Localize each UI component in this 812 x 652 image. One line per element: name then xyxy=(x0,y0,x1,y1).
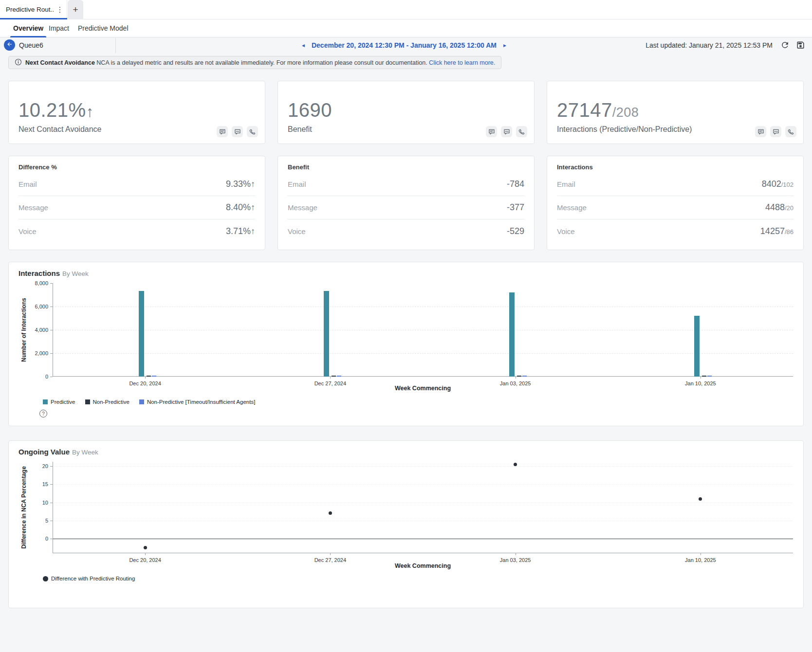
bar-non-predictive xyxy=(332,376,336,377)
info-icon xyxy=(15,58,22,67)
kpi-secondary: /208 xyxy=(612,105,639,120)
row-label: Voice xyxy=(288,227,306,235)
chart-legend: PredictiveNon-PredictiveNon-Predictive [… xyxy=(43,399,255,405)
row-value: -529 xyxy=(507,226,524,236)
bar-predictive xyxy=(509,292,515,377)
row-value: 9.33%↑ xyxy=(226,179,255,189)
legend-item[interactable]: Difference with Predictive Routing xyxy=(43,576,135,581)
section-nav: Overview Impact Predictive Model xyxy=(0,19,812,37)
y-tick-mark xyxy=(50,377,53,377)
data-point xyxy=(144,546,147,549)
predictive-routing-dashboard: { "window": { "tab_title": "Predictive R… xyxy=(0,0,812,652)
queue-header: Queue6 ◂ December 20, 2024 12:30 PM - Ja… xyxy=(0,37,812,54)
prev-period-button[interactable]: ◂ xyxy=(302,41,305,50)
email-icon[interactable] xyxy=(486,126,497,137)
chart-title-text: Interactions xyxy=(18,269,60,277)
y-tick-label: 20 xyxy=(42,463,48,469)
row-value-main: 8402 xyxy=(762,179,781,189)
y-tick-label: 0 xyxy=(45,536,48,542)
x-tick-mark xyxy=(145,553,146,555)
legend-item[interactable]: Predictive xyxy=(43,399,75,405)
channel-filter-icons xyxy=(217,126,258,137)
next-period-button[interactable]: ▸ xyxy=(503,41,506,50)
y-axis-line xyxy=(53,462,53,553)
data-point xyxy=(329,511,332,515)
bar-non-predictive-timeout-insufficient-agents- xyxy=(337,376,341,377)
kpi-value: 10.21%↑ xyxy=(18,99,94,123)
bar-non-predictive-timeout-insufficient-agents- xyxy=(522,376,527,377)
bar-non-predictive xyxy=(702,376,706,377)
channel-filter-icons xyxy=(755,126,796,137)
legend-item[interactable]: Non-Predictive [Timeout/Insufficient Age… xyxy=(139,399,255,405)
kpi-number: 1690 xyxy=(288,99,332,121)
kpi-value: 27147/208 xyxy=(557,99,639,124)
x-tick-mark xyxy=(701,553,701,555)
detail-rows: Email-784 Message-377 Voice-529 xyxy=(288,173,524,243)
bar-predictive xyxy=(139,291,144,377)
save-button[interactable] xyxy=(796,40,805,50)
email-icon[interactable] xyxy=(755,126,766,137)
x-tick-mark xyxy=(330,377,331,379)
table-row: Email8402/102 xyxy=(557,173,794,196)
y-tick-label: 4,000 xyxy=(35,327,48,333)
kpi-label: Benefit xyxy=(288,125,312,134)
y-axis-line xyxy=(53,283,53,377)
tab-impact[interactable]: Impact xyxy=(49,19,69,37)
legend-swatch xyxy=(43,576,48,581)
email-icon[interactable] xyxy=(217,126,228,137)
row-value: 14257/86 xyxy=(760,226,794,236)
kpi-label: Interactions (Predictive/Non-Predictive) xyxy=(557,125,692,134)
voice-icon[interactable] xyxy=(516,126,527,137)
refresh-button[interactable] xyxy=(780,40,790,50)
learn-more-link[interactable]: Click here to learn more. xyxy=(429,59,495,66)
x-tick-mark xyxy=(516,553,516,555)
gridline xyxy=(53,330,793,330)
channel-filter-icons xyxy=(486,126,527,137)
interactions-card: Interactions Email8402/102 Message4488/2… xyxy=(547,156,804,250)
gridline xyxy=(53,353,793,354)
bar-non-predictive-timeout-insufficient-agents- xyxy=(152,376,156,377)
legend-label: Non-Predictive [Timeout/Insufficient Age… xyxy=(147,399,255,405)
detail-rows: Email8402/102 Message4488/20 Voice14257/… xyxy=(557,173,794,243)
chart-title-text: Ongoing Value xyxy=(18,448,70,456)
y-axis-label: Difference in NCA Percentage xyxy=(20,466,27,549)
scatter-chart-plot: 05101520Dec 20, 2024Dec 27, 2024Jan 03, … xyxy=(53,462,793,553)
dashboard-tab[interactable]: Predictive Rout... ⋮ xyxy=(0,0,67,19)
back-button[interactable] xyxy=(4,39,15,51)
message-icon[interactable] xyxy=(232,126,243,137)
tab-overview[interactable]: Overview xyxy=(13,19,43,37)
banner-title: Next Contact Avoidance xyxy=(25,59,95,66)
legend-label: Difference with Predictive Routing xyxy=(51,576,135,581)
voice-icon[interactable] xyxy=(785,126,796,137)
y-tick-label: 15 xyxy=(42,481,48,487)
bar-predictive xyxy=(694,316,700,377)
row-label: Email xyxy=(18,180,37,188)
detail-rows: Email9.33%↑ Message8.40%↑ Voice3.71%↑ xyxy=(18,173,255,243)
x-axis-line xyxy=(53,553,793,553)
voice-icon[interactable] xyxy=(247,126,258,137)
message-icon[interactable] xyxy=(501,126,512,137)
new-tab-button[interactable]: + xyxy=(68,0,83,19)
x-tick-mark xyxy=(145,377,146,379)
row-value: 8.40%↑ xyxy=(226,202,255,213)
legend-item[interactable]: Non-Predictive xyxy=(85,399,129,405)
y-tick-label: 5 xyxy=(45,518,48,524)
table-row: Voice14257/86 xyxy=(557,219,794,243)
zero-gridline xyxy=(53,539,793,539)
bar-non-predictive xyxy=(517,376,521,377)
row-label: Email xyxy=(288,180,306,188)
row-value: 8402/102 xyxy=(762,179,794,189)
x-axis-line xyxy=(53,376,793,377)
tab-predictive-model[interactable]: Predictive Model xyxy=(78,19,129,37)
row-value-secondary: /102 xyxy=(781,181,794,188)
help-icon[interactable]: ? xyxy=(39,410,47,417)
kebab-menu-icon[interactable]: ⋮ xyxy=(56,5,64,15)
message-icon[interactable] xyxy=(770,126,781,137)
chart-title: Ongoing ValueBy Week xyxy=(18,448,98,456)
refresh-icon xyxy=(780,43,790,51)
row-value: -377 xyxy=(507,202,524,213)
gridline xyxy=(53,307,793,307)
row-value-secondary: /86 xyxy=(785,228,794,235)
date-range[interactable]: December 20, 2024 12:30 PM - January 16,… xyxy=(312,41,497,49)
row-label: Email xyxy=(557,180,575,188)
